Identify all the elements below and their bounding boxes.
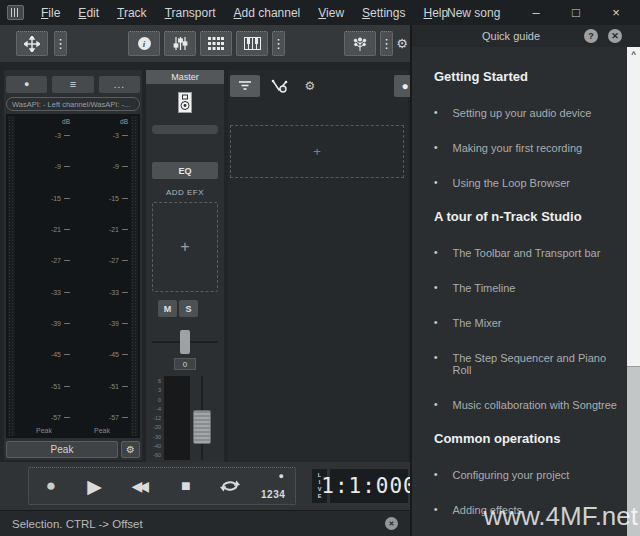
level-meter: dB -3-9-15-21-27-33-39-45-51-57 Peak dB … [6, 114, 140, 438]
toolbar-settings-button[interactable]: ⚙ [394, 31, 410, 56]
close-icon[interactable]: ✕ [608, 29, 622, 43]
add-efx-label: ADD EFX [146, 188, 224, 197]
scroll-up-icon[interactable]: ^ [627, 47, 640, 62]
menu-item[interactable]: Settings [353, 6, 414, 20]
track-drop-zone[interactable]: + [230, 125, 404, 178]
timeline-settings-button[interactable]: ⚙ [300, 75, 320, 97]
guide-link[interactable]: •The Toolbar and Transport bar [434, 247, 626, 259]
guide-link[interactable]: •Using the Loop Browser [434, 177, 626, 189]
fader-scale-value: -30 [153, 434, 161, 440]
tick-mark [122, 417, 128, 418]
master-header[interactable]: Master [146, 70, 224, 84]
mixer-button[interactable] [164, 31, 196, 56]
transport-bar: ● ▶ ◀◀ ■ ● 1234 LIVE 1:1:000 [0, 462, 410, 510]
close-button[interactable]: × [596, 0, 636, 25]
info-button[interactable]: i [128, 31, 160, 56]
guide-link[interactable]: •Making your first recording [434, 142, 626, 154]
menu-item[interactable]: Transport [156, 6, 225, 20]
master-output-meter [164, 376, 190, 460]
move-tool-button[interactable] [16, 31, 48, 56]
record-arm-button[interactable]: ● [6, 76, 47, 93]
fader-scale-value: -20 [153, 424, 161, 430]
scrollbar[interactable]: ^ [627, 47, 640, 536]
songtree-button[interactable] [344, 31, 376, 56]
menu-item[interactable]: File [32, 6, 69, 20]
grid-icon [208, 37, 224, 50]
minimize-button[interactable]: – [516, 0, 556, 25]
solo-button[interactable]: S [179, 300, 198, 317]
bullet-icon: • [434, 352, 438, 363]
meter-menu-button[interactable]: ≡ [52, 76, 93, 93]
step-sequencer-button[interactable] [200, 31, 232, 56]
record-icon: ● [401, 79, 408, 93]
tick-mark [64, 292, 70, 293]
tick-mark [122, 135, 128, 136]
window-controls: – □ × [516, 0, 636, 25]
scale-value: -51 [109, 383, 128, 390]
quick-guide-content: Getting Started •Setting up your audio d… [412, 47, 626, 536]
time-display[interactable]: 1:1:000 [330, 469, 408, 503]
effects-drop-zone[interactable]: + [152, 202, 218, 292]
status-text: Selection. CTRL -> Offset [12, 518, 143, 530]
recording-device-select[interactable]: WasAPI: - Left channel/WasAPI: -... [6, 97, 140, 111]
guide-link[interactable]: •The Mixer [434, 317, 626, 329]
meter-settings-button[interactable]: ⚙ [121, 441, 140, 458]
tick-mark [122, 166, 128, 167]
mute-solo-row: M S [158, 300, 198, 317]
metronome-digits: 1234 [251, 489, 295, 500]
guide-link[interactable]: •Setting up your audio device [434, 107, 626, 119]
maximize-button[interactable]: □ [556, 0, 596, 25]
bullet-icon: • [434, 282, 438, 293]
envelope-icon [271, 78, 291, 94]
meter-scale-right: dB -3-9-15-21-27-33-39-45-51-57 Peak [76, 118, 128, 434]
guide-link[interactable]: •Music collaboration with Songtree [434, 399, 626, 411]
master-volume-strip[interactable] [152, 125, 218, 134]
volume-fader-handle[interactable] [193, 410, 211, 444]
automation-tool-button[interactable] [268, 75, 294, 97]
pan-handle[interactable] [180, 330, 190, 354]
fader-scale-value: -40 [153, 443, 161, 449]
loop-button[interactable] [208, 468, 252, 504]
bullet-icon: • [434, 177, 438, 188]
meter-more-button[interactable]: ... [99, 76, 140, 93]
menu-item[interactable]: Add channel [225, 6, 310, 20]
move-tool-menu-button[interactable]: ⋮ [54, 31, 67, 56]
guide-link[interactable]: •The Timeline [434, 282, 626, 294]
tick-mark [64, 354, 70, 355]
watermark: www.4MF.net [483, 501, 638, 532]
peak-mode-button[interactable]: Peak [6, 441, 118, 458]
eq-button[interactable]: EQ [152, 162, 218, 179]
kebab-icon: ⋮ [54, 37, 67, 50]
pan-slider[interactable] [152, 332, 218, 352]
help-icon[interactable]: ? [584, 29, 598, 43]
scale-value: -27 [51, 257, 70, 264]
input-meter-panel: ● ≡ ... WasAPI: - Left channel/WasAPI: -… [4, 70, 142, 460]
menu-item[interactable]: View [309, 6, 353, 20]
metronome-button[interactable]: ● 1234 [251, 468, 295, 504]
menu-item[interactable]: Edit [69, 6, 108, 20]
info-icon: i [138, 37, 151, 50]
rewind-button[interactable]: ◀◀ [116, 468, 164, 504]
guide-link[interactable]: •The Step Sequencer and Piano Roll [434, 352, 626, 376]
scale-value: -33 [51, 289, 70, 296]
piano-roll-button[interactable] [236, 31, 268, 56]
scrollbar-thumb[interactable] [627, 62, 640, 367]
section-title: A tour of n-Track Studio [434, 209, 626, 224]
tick-mark [64, 166, 70, 167]
status-close-icon[interactable]: ✕ [385, 517, 398, 530]
play-button[interactable]: ▶ [73, 468, 117, 504]
mixer-icon [173, 36, 188, 51]
songtree-menu-button[interactable]: ⋮ [380, 31, 393, 56]
bullet-icon: • [434, 504, 438, 515]
views-menu-button[interactable]: ⋮ [272, 31, 285, 56]
mute-button[interactable]: M [158, 300, 177, 317]
section-title: Getting Started [434, 69, 626, 84]
quick-guide-title: Quick guide [482, 30, 540, 42]
guide-link[interactable]: •Configuring your project [434, 469, 626, 481]
record-button[interactable]: ● [29, 468, 73, 504]
fader-scale-value: 0 [158, 397, 161, 403]
timeline-view-button[interactable] [230, 75, 260, 97]
stop-button[interactable]: ■ [164, 468, 208, 504]
menu-item[interactable]: Track [108, 6, 156, 20]
tick-mark [122, 292, 128, 293]
